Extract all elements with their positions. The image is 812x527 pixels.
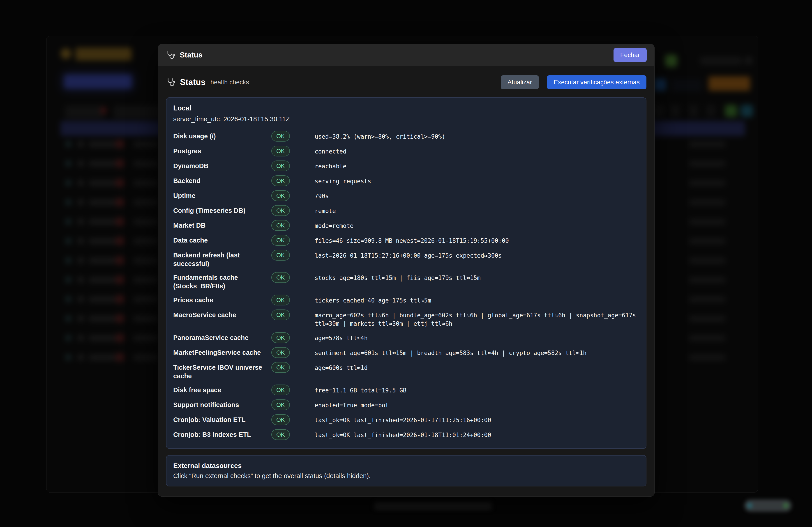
check-label: Config (Timeseries DB) <box>173 205 271 215</box>
status-badge: OK <box>271 347 290 358</box>
check-label: PanoramaService cache <box>173 332 271 342</box>
local-panel-title: Local <box>173 104 639 112</box>
check-status: OK <box>271 220 315 231</box>
check-status: OK <box>271 272 315 283</box>
check-label: Postgres <box>173 146 271 155</box>
modal-title: Status <box>180 51 203 59</box>
health-check-row: DynamoDBOKreachable <box>173 159 639 174</box>
status-badge: OK <box>271 250 290 260</box>
check-label: Data cache <box>173 235 271 245</box>
status-toast <box>744 499 792 512</box>
status-badge: OK <box>271 295 290 305</box>
run-external-checks-button[interactable]: Executar verificações externas <box>547 75 647 89</box>
health-check-row: Support notificationsOKenabled=True mode… <box>173 397 639 412</box>
status-badge: OK <box>271 220 290 231</box>
health-check-row: TickerService IBOV universe cacheOKage=6… <box>173 360 639 382</box>
health-check-row: MacroService cacheOKmacro_age=602s ttl≈6… <box>173 307 639 330</box>
status-badge: OK <box>271 272 290 283</box>
modal-header: Status Fechar <box>158 44 654 66</box>
health-check-row: Cronjob: B3 Indexes ETLOKlast_ok=OK last… <box>173 427 639 442</box>
external-panel-message: Click “Run external checks” to get the o… <box>173 472 639 480</box>
local-checks-panel: Local server_time_utc: 2026-01-18T15:30:… <box>166 97 647 449</box>
external-datasources-panel: External datasources Click “Run external… <box>166 455 647 486</box>
check-label: Backend <box>173 175 271 185</box>
check-status: OK <box>271 146 315 156</box>
server-time: server_time_utc: 2026-01-18T15:30:11Z <box>173 116 639 123</box>
health-check-row: MarketFeelingService cacheOKsentiment_ag… <box>173 345 639 360</box>
health-check-row: Backend refresh (last successful)OKlast=… <box>173 248 639 270</box>
status-badge: OK <box>271 400 290 410</box>
check-status: OK <box>271 205 315 216</box>
check-detail: age=600s ttl≈1d <box>315 362 639 372</box>
check-detail: sentiment_age=601s ttl≈15m | breadth_age… <box>315 347 639 358</box>
check-status: OK <box>271 310 315 320</box>
check-detail: reachable <box>315 161 639 171</box>
check-label: DynamoDB <box>173 161 271 170</box>
refresh-button[interactable]: Atualizar <box>501 75 539 89</box>
check-label: Backend refresh (last successful) <box>173 250 271 268</box>
check-detail: files=46 size=909.8 MB newest=2026-01-18… <box>315 235 639 245</box>
health-check-row: Disk free spaceOKfree=11.1 GB total=19.5… <box>173 382 639 397</box>
check-status: OK <box>271 347 315 358</box>
check-status: OK <box>271 385 315 395</box>
check-detail: last=2026-01-18T15:27:16+00:00 age=175s … <box>315 250 639 260</box>
page: Status Fechar Status health checks Atual… <box>0 0 812 527</box>
health-check-row: BackendOKserving requests <box>173 174 639 188</box>
status-badge: OK <box>271 235 290 246</box>
toast-dot-teal <box>747 503 752 508</box>
check-label: Support notifications <box>173 400 271 409</box>
check-label: Cronjob: Valuation ETL <box>173 414 271 424</box>
health-check-row: Data cacheOKfiles=46 size=909.8 MB newes… <box>173 233 639 248</box>
check-label: TickerService IBOV universe cache <box>173 362 271 380</box>
check-detail: 790s <box>315 190 639 201</box>
check-status: OK <box>271 161 315 171</box>
health-check-row: Market DBOKmode=remote <box>173 218 639 233</box>
check-label: Uptime <box>173 190 271 200</box>
check-detail: macro_age=602s ttl≈6h | bundle_age=602s … <box>315 310 639 328</box>
check-detail: remote <box>315 205 639 215</box>
check-status: OK <box>271 362 315 373</box>
health-check-row: PanoramaService cacheOKage=578s ttl≈4h <box>173 330 639 345</box>
status-badge: OK <box>271 385 290 395</box>
health-check-row: PostgresOKconnected <box>173 144 639 159</box>
toast-dot-green <box>783 503 788 508</box>
check-detail: last_ok=OK last_finished=2026-01-18T11:0… <box>315 429 639 439</box>
check-label: MarketFeelingService cache <box>173 347 271 357</box>
health-check-row: Disk usage (/)OKused=38.2% (warn>=80%, c… <box>173 129 639 144</box>
check-detail: serving requests <box>315 175 639 186</box>
check-label: Disk usage (/) <box>173 131 271 141</box>
check-status: OK <box>271 429 315 440</box>
check-label: Disk free space <box>173 385 271 394</box>
check-status: OK <box>271 250 315 260</box>
status-modal: Status Fechar Status health checks Atual… <box>158 44 655 497</box>
status-badge: OK <box>271 161 290 171</box>
close-button[interactable]: Fechar <box>613 48 647 62</box>
status-badge: OK <box>271 429 290 440</box>
status-badge: OK <box>271 362 290 373</box>
health-check-row: Config (Timeseries DB)OKremote <box>173 203 639 218</box>
stethoscope-icon <box>166 50 176 60</box>
health-check-row: Fundamentals cache (Stocks_BR/FIIs)OKsto… <box>173 270 639 292</box>
page-title: Status <box>180 77 205 87</box>
check-label: MacroService cache <box>173 310 271 319</box>
external-panel-title: External datasources <box>173 462 639 469</box>
check-label: Fundamentals cache (Stocks_BR/FIIs) <box>173 272 271 290</box>
status-badge: OK <box>271 332 290 343</box>
check-detail: tickers_cached=40 age=175s ttl≈5m <box>315 295 639 305</box>
status-badge: OK <box>271 131 290 141</box>
check-status: OK <box>271 295 315 305</box>
check-status: OK <box>271 190 315 201</box>
status-badge: OK <box>271 205 290 216</box>
check-status: OK <box>271 131 315 141</box>
check-detail: stocks_age=180s ttl≈15m | fiis_age=179s … <box>315 272 639 283</box>
check-detail: age=578s ttl≈4h <box>315 332 639 343</box>
check-label: Cronjob: B3 Indexes ETL <box>173 429 271 439</box>
check-status: OK <box>271 414 315 425</box>
background-footer <box>374 502 492 510</box>
status-badge: OK <box>271 146 290 156</box>
check-label: Prices cache <box>173 295 271 304</box>
check-status: OK <box>271 400 315 410</box>
health-check-row: Cronjob: Valuation ETLOKlast_ok=OK last_… <box>173 412 639 427</box>
health-check-row: Prices cacheOKtickers_cached=40 age=175s… <box>173 292 639 307</box>
check-status: OK <box>271 332 315 343</box>
